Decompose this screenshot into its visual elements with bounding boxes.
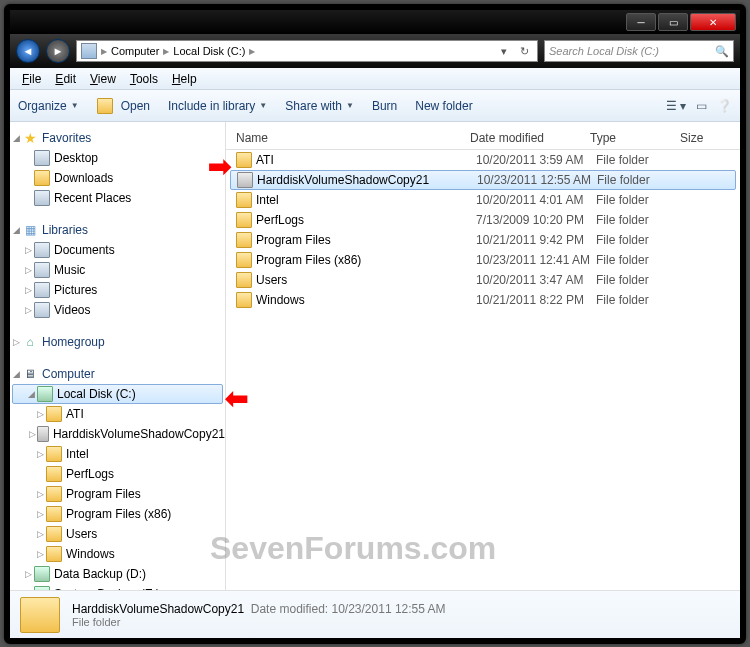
folder-icon	[20, 597, 60, 633]
chevron-right-icon[interactable]: ▶	[99, 47, 109, 56]
help-icon[interactable]: ❔	[717, 99, 732, 113]
file-row[interactable]: Program Files (x86)10/23/2011 12:41 AMFi…	[226, 250, 740, 270]
menu-tools[interactable]: Tools	[124, 70, 164, 88]
file-type: File folder	[596, 273, 686, 287]
folder-icon	[236, 292, 252, 308]
menu-file[interactable]: File	[16, 70, 47, 88]
forward-button[interactable]: ►	[46, 39, 70, 63]
titlebar: ─ ▭ ✕	[10, 10, 740, 34]
chevron-right-icon[interactable]: ▶	[247, 47, 257, 56]
file-row[interactable]: HarddiskVolumeShadowCopy2110/23/2011 12:…	[230, 170, 736, 190]
column-date[interactable]: Date modified	[470, 131, 590, 145]
file-type: File folder	[596, 253, 686, 267]
folder-icon	[46, 526, 62, 542]
videos-icon	[34, 302, 50, 318]
file-row[interactable]: Windows10/21/2011 8:22 PMFile folder	[226, 290, 740, 310]
breadcrumb-part[interactable]: Computer	[111, 45, 159, 57]
sidebar-item-recent[interactable]: Recent Places	[54, 191, 131, 205]
expand-icon[interactable]: ▷	[34, 509, 46, 519]
sidebar-item-videos[interactable]: Videos	[54, 303, 90, 317]
folder-icon	[97, 98, 113, 114]
favorites-heading[interactable]: Favorites	[42, 131, 91, 145]
minimize-button[interactable]: ─	[626, 13, 656, 31]
search-input[interactable]: Search Local Disk (C:) 🔍	[544, 40, 734, 62]
search-icon[interactable]: 🔍	[715, 45, 729, 58]
sidebar-item-pictures[interactable]: Pictures	[54, 283, 97, 297]
breadcrumb[interactable]: ▶ Computer ▶ Local Disk (C:) ▶ ▾ ↻	[76, 40, 538, 62]
column-type[interactable]: Type	[590, 131, 680, 145]
sidebar-item-downloads[interactable]: Downloads	[54, 171, 113, 185]
collapse-icon[interactable]: ◢	[25, 389, 37, 399]
organize-button[interactable]: Organize ▼	[18, 99, 79, 113]
expand-icon[interactable]: ▷	[22, 245, 34, 255]
sidebar-item-documents[interactable]: Documents	[54, 243, 115, 257]
new-folder-button[interactable]: New folder	[415, 99, 472, 113]
sidebar-item[interactable]: Users	[66, 527, 97, 541]
file-row[interactable]: Intel10/20/2011 4:01 AMFile folder	[226, 190, 740, 210]
sidebar-item[interactable]: Intel	[66, 447, 89, 461]
sidebar-item[interactable]: ATI	[66, 407, 84, 421]
recent-icon	[34, 190, 50, 206]
navigation-pane: ◢★Favorites Desktop Downloads Recent Pla…	[10, 122, 226, 590]
sidebar-item-music[interactable]: Music	[54, 263, 85, 277]
refresh-icon[interactable]: ↻	[515, 45, 533, 58]
sidebar-item[interactable]: PerfLogs	[66, 467, 114, 481]
folder-icon	[236, 252, 252, 268]
expand-icon[interactable]: ▷	[10, 337, 22, 347]
expand-icon[interactable]: ▷	[22, 305, 34, 315]
preview-pane-icon[interactable]: ▭	[696, 99, 707, 113]
folder-icon	[236, 212, 252, 228]
file-name: ATI	[256, 153, 274, 167]
file-row[interactable]: Program Files10/21/2011 9:42 PMFile fold…	[226, 230, 740, 250]
column-size[interactable]: Size	[680, 131, 740, 145]
collapse-icon[interactable]: ◢	[10, 225, 22, 235]
sidebar-item[interactable]: HarddiskVolumeShadowCopy21	[53, 427, 225, 441]
back-button[interactable]: ◄	[16, 39, 40, 63]
computer-heading[interactable]: Computer	[42, 367, 95, 381]
libraries-heading[interactable]: Libraries	[42, 223, 88, 237]
folder-icon	[46, 446, 62, 462]
sidebar-item[interactable]: Windows	[66, 547, 115, 561]
expand-icon[interactable]: ▷	[22, 265, 34, 275]
collapse-icon[interactable]: ◢	[10, 133, 22, 143]
expand-icon[interactable]: ▷	[34, 449, 46, 459]
expand-icon[interactable]: ▷	[34, 489, 46, 499]
breadcrumb-dropdown-icon[interactable]: ▾	[495, 45, 513, 58]
expand-icon[interactable]: ▷	[34, 549, 46, 559]
sidebar-item-desktop[interactable]: Desktop	[54, 151, 98, 165]
view-options-icon[interactable]: ☰ ▾	[666, 99, 686, 113]
computer-icon: 🖥	[22, 366, 38, 382]
menu-edit[interactable]: Edit	[49, 70, 82, 88]
file-row[interactable]: Users10/20/2011 3:47 AMFile folder	[226, 270, 740, 290]
sidebar-item-databackup[interactable]: Data Backup (D:)	[54, 567, 146, 581]
include-library-button[interactable]: Include in library ▼	[168, 99, 267, 113]
share-with-button[interactable]: Share with ▼	[285, 99, 354, 113]
file-list: Name Date modified Type Size ATI10/20/20…	[226, 122, 740, 590]
collapse-icon[interactable]: ◢	[10, 369, 22, 379]
expand-icon[interactable]: ▷	[22, 285, 34, 295]
expand-icon[interactable]: ▷	[28, 429, 37, 439]
breadcrumb-part[interactable]: Local Disk (C:)	[173, 45, 245, 57]
expand-icon[interactable]: ▷	[22, 569, 34, 579]
open-button[interactable]: Open	[97, 98, 150, 114]
homegroup-heading[interactable]: Homegroup	[42, 335, 105, 349]
burn-button[interactable]: Burn	[372, 99, 397, 113]
sidebar-item-localdisk[interactable]: Local Disk (C:)	[57, 387, 136, 401]
expand-icon[interactable]: ▷	[34, 409, 46, 419]
folder-icon	[46, 546, 62, 562]
file-row[interactable]: PerfLogs7/13/2009 10:20 PMFile folder	[226, 210, 740, 230]
sidebar-item[interactable]: Program Files	[66, 487, 141, 501]
chevron-right-icon[interactable]: ▶	[161, 47, 171, 56]
file-name: Program Files	[256, 233, 331, 247]
menu-help[interactable]: Help	[166, 70, 203, 88]
file-name: Users	[256, 273, 287, 287]
menu-view[interactable]: View	[84, 70, 122, 88]
file-row[interactable]: ATI10/20/2011 3:59 AMFile folder	[226, 150, 740, 170]
file-name: Program Files (x86)	[256, 253, 361, 267]
close-button[interactable]: ✕	[690, 13, 736, 31]
sidebar-item[interactable]: Program Files (x86)	[66, 507, 171, 521]
expand-icon[interactable]: ▷	[34, 529, 46, 539]
folder-icon	[236, 272, 252, 288]
column-name[interactable]: Name	[226, 131, 470, 145]
maximize-button[interactable]: ▭	[658, 13, 688, 31]
